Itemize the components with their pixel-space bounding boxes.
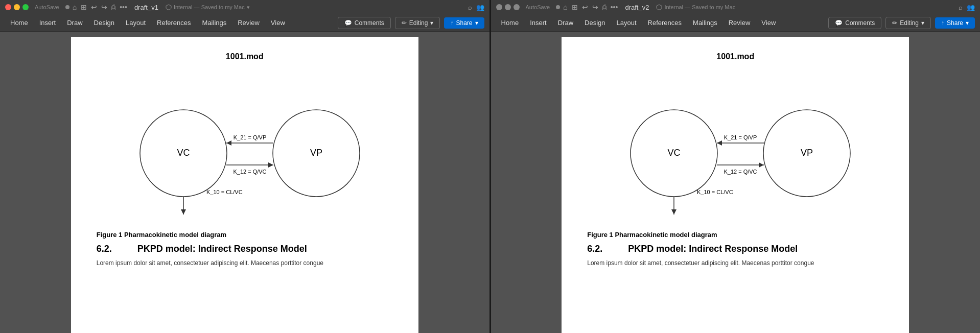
document-area-2: 1001.mod VC VP K_21 = Q/VP K [491,32,981,333]
share-button-2[interactable]: ↑ Share ▾ [935,17,975,29]
share-icon-2: ↑ [941,19,944,27]
maximize-button-2[interactable] [514,4,520,10]
traffic-lights-2 [496,4,520,10]
menu-references-2[interactable]: References [643,17,687,29]
menu-home-1[interactable]: Home [5,17,33,29]
people-icon-2[interactable]: 👥 [967,4,975,11]
page-title-2: 1001.mod [587,52,883,61]
grid-icon-1[interactable]: ⊞ [81,3,87,11]
comments-label-1: Comments [355,19,384,27]
menu-mailings-2[interactable]: Mailings [688,17,722,29]
window-2: AutoSave ⌂ ⊞ ↩ ↪ ⎙ ••• draft_v2 Internal… [489,0,981,333]
share-button-1[interactable]: ↑ Share ▾ [444,17,484,29]
title-bar-2: AutoSave ⌂ ⊞ ↩ ↪ ⎙ ••• draft_v2 Internal… [491,0,981,14]
section-title-2: PKPD model: Indirect Response Model [628,244,798,254]
menu-insert-2[interactable]: Insert [525,17,552,29]
share-icon-1: ↑ [450,19,453,27]
title-bar-status-2: Internal — Saved to my Mac [656,4,735,10]
svg-text:VC: VC [177,148,190,158]
home-icon-2[interactable]: ⌂ [563,3,567,11]
menu-actions-1: 💬 Comments ✏ Editing ▾ ↑ Share ▾ [338,17,484,29]
title-bar-status-1: Internal — Saved to my Mac ▾ [166,4,250,11]
title-bar-icons-1: ⌂ ⊞ ↩ ↪ ⎙ ••• [73,3,127,11]
editing-label-1: Editing [409,19,428,27]
windows-container: AutoSave ⌂ ⊞ ↩ ↪ ⎙ ••• draft_v1 Internal… [0,0,980,333]
maximize-button-1[interactable] [22,4,29,10]
title-bar-right-2: ⌕ 👥 [959,4,975,11]
filename-1: draft_v1 [134,4,158,11]
share-label-2: Share [947,19,963,27]
more-icon-1[interactable]: ••• [120,3,127,11]
autosave-label-1: AutoSave [35,4,59,10]
svg-marker-5 [226,140,231,146]
undo-icon-2[interactable]: ↩ [582,3,588,11]
grid-icon-2[interactable]: ⊞ [572,3,578,11]
menu-view-2[interactable]: View [756,17,781,29]
svg-text:K_10 = CL/VC: K_10 = CL/VC [697,189,733,195]
chevron-down-icon-2: ▾ [921,19,924,27]
menu-home-2[interactable]: Home [496,17,524,29]
more-icon-2[interactable]: ••• [611,3,618,11]
page-1: 1001.mod VC VP K_21 = Q/VP K [71,37,418,333]
svg-text:VP: VP [801,148,813,158]
close-button-2[interactable] [496,4,502,10]
redo-icon-2[interactable]: ↪ [592,3,598,11]
pk-diagram-1: VC VP K_21 = Q/VP K_12 = Q/VC K_10 [97,77,393,225]
menu-draw-2[interactable]: Draw [553,17,578,29]
body-text-2: Lorem ipsum dolor sit amet, consectetuer… [587,258,883,268]
svg-marker-8 [268,162,273,168]
minimize-button-2[interactable] [505,4,511,10]
home-icon-1[interactable]: ⌂ [73,3,77,11]
section-title-1: PKPD model: Indirect Response Model [137,244,307,254]
svg-text:VC: VC [668,148,681,158]
menu-draw-1[interactable]: Draw [62,17,87,29]
pencil-icon-1: ✏ [402,19,407,27]
page-2: 1001.mod VC VP K_21 = Q/VP K [562,37,909,333]
share-chevron-2: ▾ [966,19,969,27]
menu-review-1[interactable]: Review [232,17,265,29]
search-icon-1[interactable]: ⌕ [468,4,472,11]
undo-icon-1[interactable]: ↩ [91,3,97,11]
menu-bar-2: Home Insert Draw Design Layout Reference… [491,14,981,32]
menu-references-1[interactable]: References [152,17,196,29]
people-icon-1[interactable]: 👥 [476,4,484,11]
svg-text:K_21 = Q/VP: K_21 = Q/VP [724,134,757,140]
menu-insert-1[interactable]: Insert [34,17,61,29]
print-icon-2[interactable]: ⎙ [602,3,606,11]
editing-button-2[interactable]: ✏ Editing ▾ [885,17,931,29]
comments-button-2[interactable]: 💬 Comments [828,17,881,29]
menu-design-1[interactable]: Design [89,17,120,29]
redo-icon-1[interactable]: ↪ [101,3,107,11]
menu-mailings-1[interactable]: Mailings [197,17,232,29]
shield-icon-2 [656,4,662,10]
filename-2: draft_v2 [625,4,649,11]
body-text-1: Lorem ipsum dolor sit amet, consectetuer… [97,258,393,268]
svg-marker-24 [671,209,676,215]
minimize-button-1[interactable] [14,4,20,10]
menu-bar-1: Home Insert Draw Design Layout Reference… [0,14,489,32]
svg-text:K_12 = Q/VC: K_12 = Q/VC [724,169,757,175]
menu-layout-1[interactable]: Layout [121,17,151,29]
menu-actions-2: 💬 Comments ✏ Editing ▾ ↑ Share ▾ [828,17,975,29]
autosave-dot-1 [65,5,69,9]
close-button-1[interactable] [5,4,11,10]
title-bar-right-1: ⌕ 👥 [468,4,484,11]
title-bar-1: AutoSave ⌂ ⊞ ↩ ↪ ⎙ ••• draft_v1 Internal… [0,0,489,14]
page-title-1: 1001.mod [97,52,393,61]
menu-review-2[interactable]: Review [724,17,756,29]
autosave-label-2: AutoSave [526,4,550,10]
chevron-down-icon-1: ▾ [430,19,433,27]
print-icon-1[interactable]: ⎙ [111,3,115,11]
comments-button-1[interactable]: 💬 Comments [338,17,391,29]
comments-icon-2: 💬 [835,19,843,27]
section-heading-1: 6.2. PKPD model: Indirect Response Model [97,244,393,254]
autosave-dot-2 [556,5,560,9]
comments-label-2: Comments [845,19,875,27]
editing-label-2: Editing [900,19,919,27]
editing-button-1[interactable]: ✏ Editing ▾ [395,17,440,29]
menu-view-1[interactable]: View [266,17,290,29]
search-icon-2[interactable]: ⌕ [959,4,963,11]
menu-design-2[interactable]: Design [579,17,610,29]
status-arrow-1: ▾ [247,4,250,11]
menu-layout-2[interactable]: Layout [612,17,642,29]
